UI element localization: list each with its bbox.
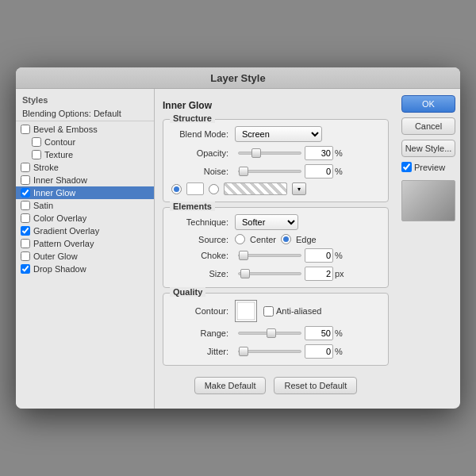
preview-row: Preview bbox=[401, 162, 455, 172]
opacity-label: Opacity: bbox=[171, 148, 235, 158]
choke-input[interactable] bbox=[305, 248, 333, 263]
bottom-buttons: Make Default Reset to Default bbox=[163, 370, 389, 402]
sidebar-item-color-overlay[interactable]: Color Overlay bbox=[16, 212, 154, 225]
color-picker-btn[interactable]: ▾ bbox=[292, 182, 306, 195]
noise-slider-thumb[interactable] bbox=[239, 167, 248, 176]
range-slider-thumb[interactable] bbox=[267, 328, 276, 338]
sidebar-item-pattern-overlay[interactable]: Pattern Overlay bbox=[16, 237, 154, 250]
sidebar-item-texture[interactable]: Texture bbox=[16, 148, 154, 161]
anti-aliased-label: Anti-aliased bbox=[276, 306, 321, 316]
quality-section: Quality Contour: Anti-aliased bbox=[163, 293, 389, 366]
ok-button[interactable]: OK bbox=[401, 95, 455, 113]
opacity-slider-thumb[interactable] bbox=[251, 148, 261, 158]
dialog-title: Layer Style bbox=[210, 72, 265, 84]
color-row: ▾ bbox=[171, 182, 380, 195]
texture-checkbox[interactable] bbox=[32, 150, 41, 159]
sidebar-item-bevel-emboss[interactable]: Bevel & Emboss bbox=[16, 123, 154, 136]
structure-label: Structure bbox=[170, 113, 215, 123]
jitter-unit: % bbox=[335, 347, 343, 356]
texture-label: Texture bbox=[44, 150, 73, 159]
anti-aliased-checkbox[interactable] bbox=[263, 306, 274, 317]
gradient-checker-box[interactable] bbox=[224, 182, 287, 195]
source-edge-label: Edge bbox=[296, 235, 317, 244]
source-row: Source: Center Edge bbox=[171, 234, 380, 244]
blend-mode-row: Blend Mode: Screen Normal Multiply Overl… bbox=[171, 126, 380, 142]
layer-style-dialog: Layer Style Styles Blending Options: Def… bbox=[16, 67, 460, 409]
sidebar-item-gradient-overlay[interactable]: Gradient Overlay bbox=[16, 225, 154, 237]
sidebar-item-outer-glow[interactable]: Outer Glow bbox=[16, 250, 154, 263]
left-panel: Styles Blending Options: Default Bevel &… bbox=[16, 89, 155, 409]
styles-header: Styles bbox=[16, 92, 154, 106]
opacity-input[interactable] bbox=[305, 146, 333, 160]
jitter-label: Jitter: bbox=[171, 347, 235, 356]
sidebar-item-stroke[interactable]: Stroke bbox=[16, 161, 154, 174]
main-panel: Inner Glow Structure Blend Mode: Screen … bbox=[155, 89, 397, 409]
drop-shadow-label: Drop Shadow bbox=[33, 264, 86, 274]
preview-thumbnail bbox=[401, 180, 455, 221]
color-white-box[interactable] bbox=[186, 182, 204, 195]
noise-unit: % bbox=[335, 167, 343, 176]
cancel-button[interactable]: Cancel bbox=[401, 117, 455, 135]
pattern-overlay-label: Pattern Overlay bbox=[33, 239, 94, 248]
range-slider-track[interactable] bbox=[238, 332, 301, 335]
range-label: Range: bbox=[171, 328, 235, 338]
range-row: Range: % bbox=[171, 326, 380, 340]
size-slider-track[interactable] bbox=[238, 272, 301, 275]
new-style-button[interactable]: New Style... bbox=[401, 140, 455, 157]
technique-label: Technique: bbox=[171, 217, 235, 227]
make-default-button[interactable]: Make Default bbox=[194, 377, 267, 394]
range-input[interactable] bbox=[305, 326, 333, 340]
inner-glow-checkbox[interactable] bbox=[21, 188, 30, 198]
choke-unit: % bbox=[335, 251, 343, 260]
satin-checkbox[interactable] bbox=[21, 201, 30, 210]
reset-default-button[interactable]: Reset to Default bbox=[274, 377, 357, 394]
source-edge-radio[interactable] bbox=[281, 234, 291, 244]
sidebar-item-drop-shadow[interactable]: Drop Shadow bbox=[16, 263, 154, 275]
color-radio[interactable] bbox=[171, 184, 182, 194]
sidebar-item-satin[interactable]: Satin bbox=[16, 199, 154, 212]
jitter-input[interactable] bbox=[305, 344, 333, 359]
noise-input[interactable] bbox=[305, 164, 333, 178]
size-input[interactable] bbox=[305, 267, 333, 281]
preview-checkbox[interactable] bbox=[401, 162, 412, 172]
size-slider-thumb[interactable] bbox=[240, 269, 250, 278]
elements-label: Elements bbox=[170, 202, 215, 211]
choke-row: Choke: % bbox=[171, 248, 380, 263]
stroke-checkbox[interactable] bbox=[21, 163, 30, 172]
blending-options[interactable]: Blending Options: Default bbox=[16, 106, 154, 121]
source-options: Center Edge bbox=[235, 234, 317, 244]
right-actions: OK Cancel New Style... Preview bbox=[397, 89, 460, 409]
color-overlay-checkbox[interactable] bbox=[21, 213, 30, 223]
satin-label: Satin bbox=[33, 201, 53, 210]
inner-shadow-label: Inner Shadow bbox=[33, 175, 87, 185]
bevel-emboss-checkbox[interactable] bbox=[21, 125, 30, 134]
contour-row: Contour: Anti-aliased bbox=[171, 300, 380, 322]
sidebar-item-contour[interactable]: Contour bbox=[16, 136, 154, 148]
opacity-unit: % bbox=[335, 148, 343, 158]
contour-preview-btn[interactable] bbox=[235, 300, 257, 322]
pattern-overlay-checkbox[interactable] bbox=[21, 239, 30, 248]
contour-label-text: Contour: bbox=[171, 306, 235, 316]
size-row: Size: px bbox=[171, 267, 380, 281]
jitter-slider-thumb[interactable] bbox=[239, 347, 248, 356]
opacity-slider-track[interactable] bbox=[238, 152, 301, 155]
size-label: Size: bbox=[171, 269, 235, 278]
gradient-overlay-label: Gradient Overlay bbox=[33, 226, 99, 236]
opacity-row: Opacity: % bbox=[171, 146, 380, 160]
contour-checkbox[interactable] bbox=[32, 137, 41, 147]
inner-shadow-checkbox[interactable] bbox=[21, 175, 30, 185]
gradient-overlay-checkbox[interactable] bbox=[21, 226, 30, 236]
sidebar-item-inner-glow[interactable]: Inner Glow bbox=[16, 186, 154, 199]
color-overlay-label: Color Overlay bbox=[33, 213, 86, 223]
choke-slider-thumb[interactable] bbox=[239, 251, 248, 260]
sidebar-item-inner-shadow[interactable]: Inner Shadow bbox=[16, 174, 154, 186]
choke-slider-track[interactable] bbox=[238, 254, 301, 257]
noise-slider-track[interactable] bbox=[238, 170, 301, 173]
jitter-slider-track[interactable] bbox=[238, 350, 301, 353]
blend-mode-select[interactable]: Screen Normal Multiply Overlay bbox=[235, 126, 322, 142]
outer-glow-checkbox[interactable] bbox=[21, 251, 30, 261]
gradient-radio[interactable] bbox=[209, 184, 219, 194]
technique-select[interactable]: Softer Precise bbox=[235, 214, 298, 230]
source-center-radio[interactable] bbox=[235, 234, 245, 244]
drop-shadow-checkbox[interactable] bbox=[21, 264, 30, 274]
